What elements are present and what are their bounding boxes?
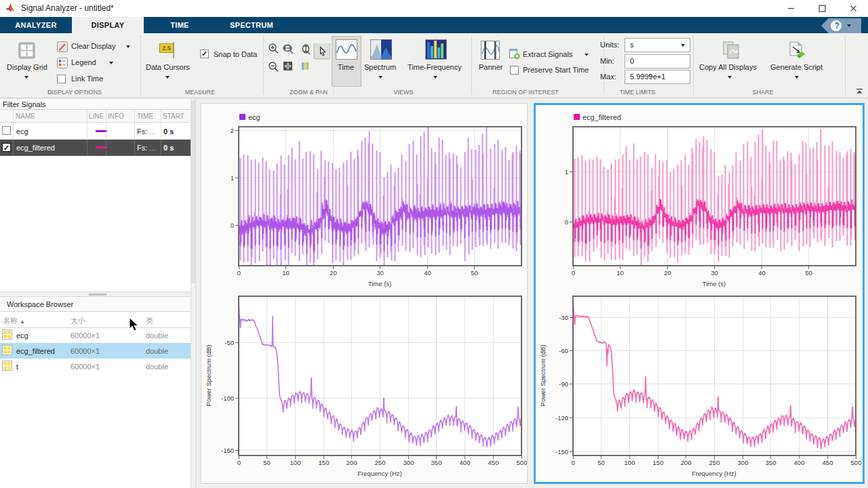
svg-text:0: 0: [565, 218, 568, 226]
svg-text:200: 200: [681, 459, 692, 466]
svg-text:350: 350: [431, 459, 442, 466]
svg-text:2.5: 2.5: [162, 45, 171, 52]
svg-text:50: 50: [597, 459, 605, 466]
svg-text:450: 450: [823, 459, 833, 466]
svg-text:100: 100: [625, 459, 635, 466]
svg-text:ecg: ecg: [248, 113, 260, 121]
svg-text:Frequency (Hz): Frequency (Hz): [692, 470, 736, 477]
svg-text:30: 30: [711, 269, 718, 277]
svg-text:-150: -150: [221, 447, 234, 454]
svg-text:0: 0: [572, 459, 575, 466]
svg-text:40: 40: [424, 269, 431, 277]
svg-text:200: 200: [347, 459, 357, 466]
svg-text:100: 100: [290, 459, 301, 466]
svg-text:Power Spectrum (dB): Power Spectrum (dB): [205, 345, 212, 407]
svg-text:0: 0: [231, 222, 234, 229]
svg-text:Power Spectrum (dB): Power Spectrum (dB): [539, 345, 547, 407]
svg-text:0: 0: [237, 269, 241, 277]
svg-text:40: 40: [758, 269, 766, 277]
svg-text:300: 300: [738, 459, 749, 466]
svg-text:250: 250: [709, 459, 720, 466]
svg-text:50: 50: [805, 269, 812, 277]
svg-text:-120: -120: [555, 414, 568, 422]
svg-text:450: 450: [488, 459, 499, 466]
svg-text:400: 400: [794, 459, 805, 466]
svg-text:Frequency (Hz): Frequency (Hz): [357, 470, 401, 477]
svg-text:50: 50: [471, 269, 478, 277]
svg-text:10: 10: [282, 269, 290, 277]
svg-text:1: 1: [231, 174, 234, 182]
svg-text:1: 1: [565, 168, 568, 176]
svg-text:-100: -100: [221, 394, 234, 402]
svg-text:-150: -150: [555, 448, 568, 455]
svg-text:10: 10: [616, 269, 624, 277]
svg-text:500: 500: [851, 459, 862, 466]
svg-text:ecg_filtered: ecg_filtered: [583, 113, 621, 121]
svg-text:Time (s): Time (s): [368, 280, 391, 287]
svg-text:350: 350: [766, 459, 776, 466]
svg-text:-30: -30: [559, 314, 568, 321]
svg-text:-60: -60: [559, 347, 568, 354]
svg-text:20: 20: [330, 269, 337, 277]
svg-text:30: 30: [376, 269, 384, 277]
svg-text:150: 150: [653, 459, 664, 466]
svg-text:-50: -50: [224, 339, 234, 346]
svg-text:0: 0: [237, 459, 241, 466]
svg-text:Time (s): Time (s): [703, 280, 726, 287]
svg-text:20: 20: [664, 269, 671, 277]
svg-text:400: 400: [460, 459, 471, 466]
svg-text:500: 500: [517, 459, 527, 466]
svg-text:300: 300: [403, 459, 414, 466]
svg-text:2: 2: [231, 127, 234, 134]
svg-text:50: 50: [263, 459, 271, 466]
svg-text:250: 250: [375, 459, 386, 466]
svg-text:0: 0: [572, 269, 575, 277]
svg-text:150: 150: [319, 459, 330, 466]
svg-text:-90: -90: [559, 380, 568, 388]
